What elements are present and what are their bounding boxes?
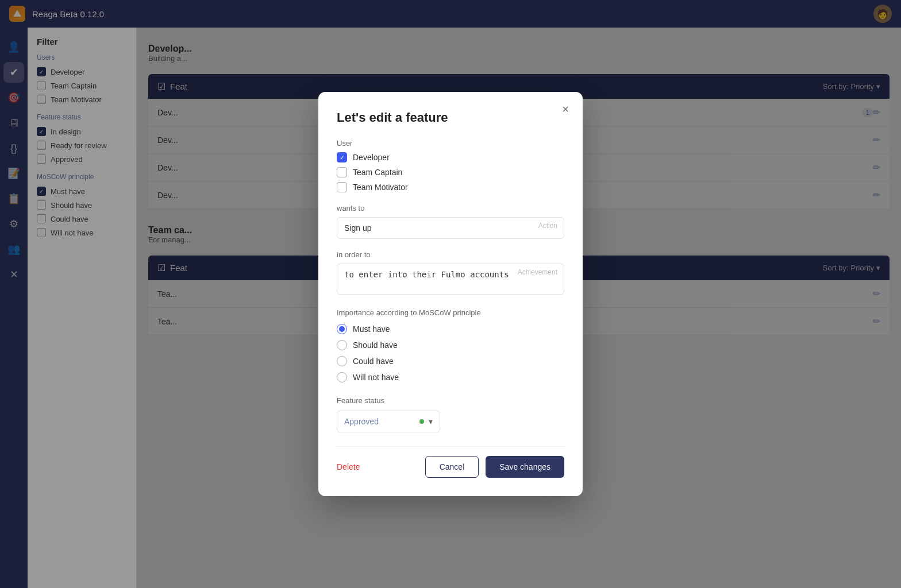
user-option-developer[interactable]: Developer xyxy=(337,152,564,163)
modal-close-button[interactable]: × xyxy=(557,101,573,117)
radio-could-have[interactable] xyxy=(337,356,347,366)
modal-overlay[interactable]: × Let's edit a feature User Developer Te… xyxy=(0,0,901,588)
achievement-input-container: Achievement to enter into their Fulmo ac… xyxy=(337,264,564,297)
user-option-motivator-label: Team Motivator xyxy=(353,183,408,192)
edit-feature-modal: × Let's edit a feature User Developer Te… xyxy=(318,92,583,496)
dropdown-arrow-icon[interactable]: ▾ xyxy=(429,417,433,426)
radio-must-have[interactable] xyxy=(337,324,347,334)
modal-footer: Delete Cancel Save changes xyxy=(337,446,564,478)
achievement-floating-label: Achievement xyxy=(518,268,557,276)
feature-status-section-label: Feature status xyxy=(337,396,564,405)
user-checkbox-captain[interactable] xyxy=(337,167,347,177)
moscow-importance-label: Importance according to MoSCoW principle xyxy=(337,308,564,317)
save-changes-button[interactable]: Save changes xyxy=(486,456,564,478)
user-option-captain[interactable]: Team Captain xyxy=(337,167,564,177)
user-options: Developer Team Captain Team Motivator xyxy=(337,152,564,192)
modal-title: Let's edit a feature xyxy=(337,110,564,125)
moscow-should-have[interactable]: Should have xyxy=(337,340,564,350)
radio-will-not-have[interactable] xyxy=(337,372,347,382)
moscow-could-have-label: Could have xyxy=(353,357,394,366)
radio-should-have[interactable] xyxy=(337,340,347,350)
moscow-will-not-have-label: Will not have xyxy=(353,373,399,382)
user-section-label: User xyxy=(337,139,564,148)
user-checkbox-motivator[interactable] xyxy=(337,182,347,192)
action-floating-label: Action xyxy=(538,222,557,230)
wants-to-label: wants to xyxy=(337,204,564,212)
moscow-could-have[interactable]: Could have xyxy=(337,356,564,366)
status-dropdown-value: Approved xyxy=(344,417,415,426)
cancel-button[interactable]: Cancel xyxy=(425,456,479,478)
moscow-should-have-label: Should have xyxy=(353,341,398,350)
user-option-motivator[interactable]: Team Motivator xyxy=(337,182,564,192)
action-input[interactable] xyxy=(337,217,564,239)
moscow-radio-options: Must have Should have Could have Will no… xyxy=(337,324,564,382)
delete-button[interactable]: Delete xyxy=(337,462,360,471)
moscow-must-have[interactable]: Must have xyxy=(337,324,564,334)
action-input-container: Action xyxy=(337,217,564,239)
user-option-developer-label: Developer xyxy=(353,153,390,162)
status-dot-green xyxy=(419,419,424,424)
status-dropdown[interactable]: Approved ▾ xyxy=(337,411,440,432)
moscow-will-not-have[interactable]: Will not have xyxy=(337,372,564,382)
user-option-captain-label: Team Captain xyxy=(353,168,402,177)
moscow-must-have-label: Must have xyxy=(353,324,390,334)
user-checkbox-developer[interactable] xyxy=(337,152,347,163)
in-order-to-label: in order to xyxy=(337,250,564,259)
